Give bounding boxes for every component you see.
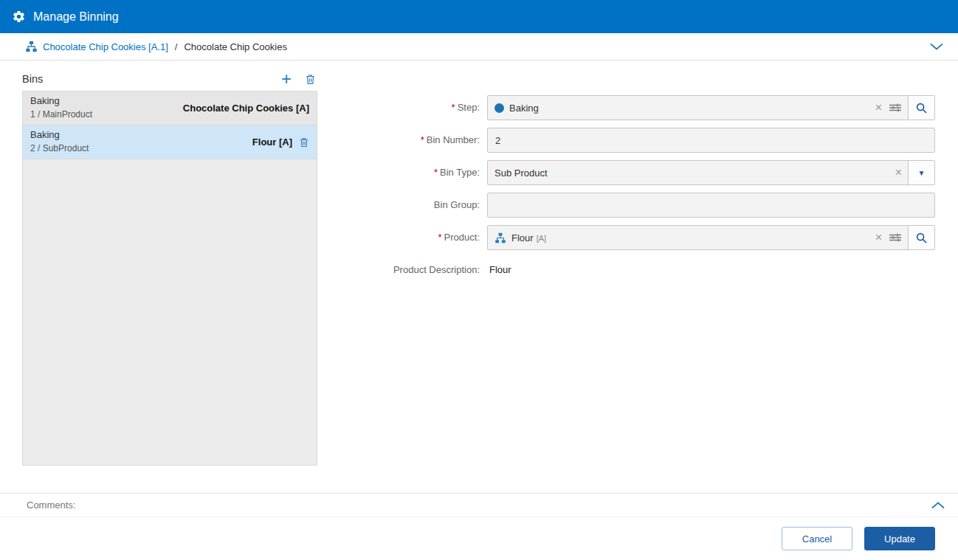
form-row-product-description: Product Description: Flour (340, 257, 935, 283)
caret-down-icon: ▼ (918, 169, 926, 177)
sliders-icon[interactable] (888, 226, 908, 249)
search-button[interactable] (908, 226, 934, 249)
breadcrumb-separator: / (175, 41, 178, 52)
bins-header: Bins + (22, 69, 317, 89)
bins-list: Baking 1 / MainProduct Chocolate Chip Co… (22, 91, 317, 466)
add-bin-icon[interactable]: + (280, 72, 293, 86)
product-revision: [A] (537, 234, 546, 243)
breadcrumb-current: Chocolate Chip Cookies (184, 41, 286, 52)
clear-icon[interactable]: × (889, 161, 908, 184)
form-row-bin-type: *Bin Type: Sub Product × ▼ (340, 160, 935, 185)
bin-detail: 2 / SubProduct (30, 142, 252, 155)
bin-product: Chocolate Chip Cookies [A] (183, 103, 309, 114)
form-row-product: *Product: Flour [A] × (340, 225, 935, 250)
form-row-bin-number: *Bin Number: (340, 128, 935, 153)
dropdown-button[interactable]: ▼ (908, 161, 934, 184)
bin-type-field[interactable]: Sub Product × ▼ (487, 160, 935, 185)
update-button[interactable]: Update (864, 527, 935, 550)
form-row-bin-group: Bin Group: (340, 193, 935, 218)
bin-product: Flour [A] (252, 136, 292, 148)
delete-bin-icon[interactable] (305, 73, 316, 86)
required-marker: * (452, 102, 455, 113)
bin-type-value: Sub Product (494, 167, 548, 179)
product-field[interactable]: Flour [A] × (487, 225, 935, 250)
breadcrumb: Chocolate Chip Cookies [A.1] / Chocolate… (0, 33, 958, 61)
bin-type-label: Bin Type: (440, 167, 480, 178)
bins-title: Bins (22, 73, 43, 85)
clear-icon[interactable]: × (869, 96, 888, 120)
list-item-selected[interactable]: Baking 2 / SubProduct Flour [A] (23, 125, 317, 159)
product-label: Product: (444, 232, 480, 243)
hierarchy-icon (494, 232, 506, 243)
required-marker: * (434, 167, 438, 178)
bin-number-input[interactable] (487, 128, 935, 153)
bin-group-label: Bin Group: (434, 199, 480, 210)
bin-form: *Step: Baking × *Bin Number: *Bin Type: … (340, 95, 935, 290)
bin-step: Baking (30, 128, 252, 142)
clear-icon[interactable]: × (869, 226, 888, 249)
footer-actions: Cancel Update (782, 527, 935, 550)
hierarchy-icon (25, 41, 38, 52)
step-status-icon (494, 103, 504, 113)
bin-step: Baking (30, 94, 183, 108)
required-marker: * (421, 134, 424, 145)
required-marker: * (438, 232, 442, 243)
breadcrumb-link[interactable]: Chocolate Chip Cookies [A.1] (43, 41, 168, 52)
search-button[interactable] (908, 96, 934, 120)
comments-section[interactable]: Comments: (0, 493, 958, 517)
step-label: Step: (458, 102, 480, 113)
gear-icon (12, 10, 26, 24)
bin-detail: 1 / MainProduct (30, 108, 183, 121)
comments-label: Comments: (27, 499, 75, 511)
product-value: Flour (511, 232, 534, 243)
cancel-button[interactable]: Cancel (782, 527, 852, 550)
list-item[interactable]: Baking 1 / MainProduct Chocolate Chip Co… (23, 91, 317, 125)
step-field[interactable]: Baking × (487, 95, 935, 120)
form-row-step: *Step: Baking × (340, 95, 935, 120)
title-bar: Manage Binning (0, 0, 958, 33)
product-description-label: Product Description: (393, 264, 480, 275)
bin-number-label: Bin Number: (427, 134, 480, 145)
page-title: Manage Binning (33, 10, 119, 24)
trash-icon[interactable] (299, 136, 309, 148)
sliders-icon[interactable] (888, 96, 908, 120)
chevron-down-icon[interactable] (930, 43, 943, 50)
product-description-value: Flour (487, 257, 511, 283)
chevron-up-icon[interactable] (931, 502, 945, 509)
step-value: Baking (509, 103, 539, 114)
bin-group-input[interactable] (487, 193, 935, 218)
bins-panel: Bins + Baking 1 / MainProduct Chocolate … (22, 69, 317, 466)
